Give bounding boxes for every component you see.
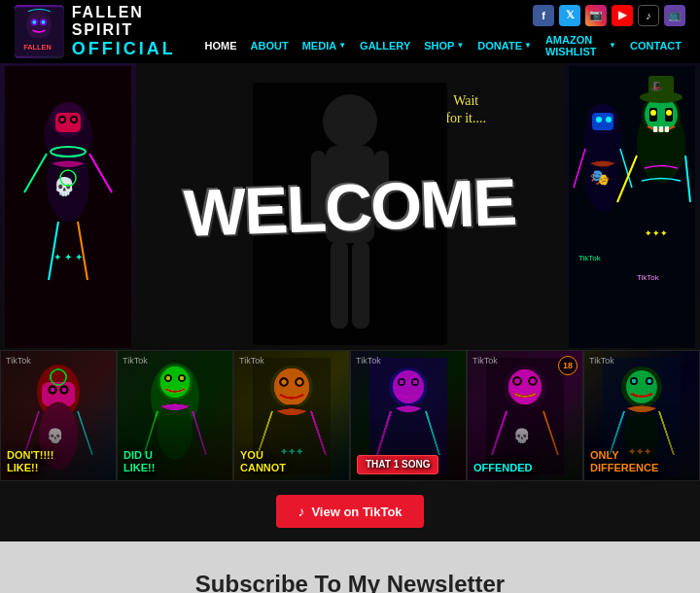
svg-point-92 xyxy=(389,367,428,406)
svg-rect-50 xyxy=(665,126,669,132)
tiktok-icon[interactable]: ♪ xyxy=(638,5,659,26)
svg-point-67 xyxy=(51,369,66,385)
nav-gallery[interactable]: GALLERY xyxy=(356,38,414,53)
svg-point-64 xyxy=(62,388,66,392)
svg-point-86 xyxy=(298,379,302,384)
svg-point-14 xyxy=(60,118,64,122)
svg-line-121 xyxy=(659,411,674,455)
newsletter-section: Subscribe To My Newsletter Subscribe xyxy=(0,541,700,593)
svg-text:💀: 💀 xyxy=(47,428,64,444)
svg-point-105 xyxy=(528,376,538,386)
tiktok-thumb-4[interactable]: TikTok THAT 1 SONG xyxy=(350,350,467,481)
nav-media[interactable]: MEDIA ▼ xyxy=(298,38,350,53)
svg-point-5 xyxy=(42,20,46,24)
tiktok-thumb-5[interactable]: 💀 18 TikTok OFFENDED xyxy=(467,350,583,481)
view-tiktok-button[interactable]: ♪ View on TikTok xyxy=(276,495,423,528)
svg-text:TikTok: TikTok xyxy=(637,273,660,282)
nav-amazon[interactable]: AMAZON WISHLIST ▼ xyxy=(542,32,620,59)
svg-point-94 xyxy=(398,378,405,386)
svg-point-108 xyxy=(507,405,543,466)
tiktok-thumb-3[interactable]: ✦✦✦ TikTok YOUCANNOT xyxy=(233,350,350,481)
header-right: f 𝕏 📷 ▶ ♪ 📺 HOME ABOUT MEDIA ▼ GALLERY S… xyxy=(201,5,685,59)
instagram-icon[interactable]: 📷 xyxy=(585,5,607,26)
svg-point-95 xyxy=(411,378,419,386)
hero-left-figure: 💀 ✦ ✦ ✦ xyxy=(0,63,136,350)
svg-point-72 xyxy=(160,366,190,398)
svg-point-82 xyxy=(274,368,309,405)
wait-text: Wait for it.... xyxy=(445,92,486,127)
tiktok-watermark-4: TikTok xyxy=(356,356,381,366)
hero-section: 💀 ✦ ✦ ✦ Wait for it.... xyxy=(0,63,700,350)
svg-point-4 xyxy=(32,20,36,24)
svg-point-116 xyxy=(646,377,653,385)
nav-about[interactable]: ABOUT xyxy=(247,38,293,53)
logo-official: OFFICIAL xyxy=(72,39,201,59)
svg-point-46 xyxy=(650,110,656,116)
svg-text:TikTok: TikTok xyxy=(578,254,602,262)
svg-line-69 xyxy=(78,411,92,455)
tiktok-thumb-2[interactable]: TikTok DID ULIKE!! xyxy=(117,350,233,481)
tiktok-button-icon: ♪ xyxy=(298,504,304,519)
tiktok-watermark-2: TikTok xyxy=(122,356,148,366)
nav-contact[interactable]: CONTACT xyxy=(626,38,685,53)
nav-shop[interactable]: SHOP ▼ xyxy=(420,38,468,53)
svg-point-103 xyxy=(508,369,542,404)
thumb-label-1: DON'T!!!!like!! xyxy=(7,449,53,474)
svg-point-71 xyxy=(158,365,192,400)
twitch-icon[interactable]: 📺 xyxy=(664,5,685,26)
logo-text: FALLEN SPIRIT OFFICIAL xyxy=(72,4,201,59)
svg-point-76 xyxy=(180,376,184,380)
svg-point-73 xyxy=(164,374,172,382)
svg-point-104 xyxy=(512,376,522,386)
svg-point-15 xyxy=(72,118,76,122)
social-icons: f 𝕏 📷 ▶ ♪ 📺 xyxy=(533,5,685,26)
svg-line-79 xyxy=(192,411,206,455)
svg-line-89 xyxy=(311,411,326,455)
amazon-dropdown-arrow: ▼ xyxy=(609,41,616,50)
svg-point-70 xyxy=(151,363,199,431)
svg-point-93 xyxy=(393,370,424,403)
svg-rect-60 xyxy=(42,382,75,406)
svg-point-25 xyxy=(323,94,377,149)
header: FALLEN FALLEN SPIRIT OFFICIAL f 𝕏 📷 ▶ ♪ … xyxy=(0,0,700,63)
svg-point-115 xyxy=(630,377,638,385)
svg-point-107 xyxy=(531,378,536,383)
svg-point-35 xyxy=(596,117,602,122)
svg-text:🎩: 🎩 xyxy=(650,80,663,92)
media-dropdown-arrow: ▼ xyxy=(338,41,346,50)
main-nav: HOME ABOUT MEDIA ▼ GALLERY SHOP ▼ DONATE… xyxy=(201,32,685,59)
svg-point-84 xyxy=(295,377,304,387)
svg-point-61 xyxy=(48,385,57,395)
svg-point-97 xyxy=(413,380,417,384)
svg-point-62 xyxy=(59,385,69,395)
svg-point-117 xyxy=(632,379,636,383)
tiktok-thumb-6[interactable]: ✦✦✦ TikTok ONLYDIFFERENCE xyxy=(583,350,700,481)
welcome-heading: WELCOME xyxy=(183,163,517,251)
tiktok-thumb-1[interactable]: 💀 TikTok DON'T!!!!like!! xyxy=(0,350,117,481)
facebook-icon[interactable]: f xyxy=(533,5,554,26)
shop-dropdown-arrow: ▼ xyxy=(456,41,464,50)
svg-text:✦✦✦: ✦✦✦ xyxy=(645,228,668,238)
youtube-icon[interactable]: ▶ xyxy=(612,5,633,26)
svg-point-85 xyxy=(282,379,287,384)
thumb-label-2: DID ULIKE!! xyxy=(123,449,155,474)
tiktok-watermark-1: TikTok xyxy=(6,356,31,366)
thumb-label-6: ONLYDIFFERENCE xyxy=(590,449,658,474)
hero-background: 💀 ✦ ✦ ✦ Wait for it.... xyxy=(0,63,700,350)
rating-badge: 18 xyxy=(558,356,578,375)
nav-donate[interactable]: DONATE ▼ xyxy=(473,38,536,53)
svg-point-118 xyxy=(648,379,651,383)
tiktok-thumbnails-row: 💀 TikTok DON'T!!!!like!! xyxy=(0,350,700,481)
nav-home[interactable]: HOME xyxy=(201,38,241,53)
svg-point-47 xyxy=(666,110,672,116)
svg-point-36 xyxy=(606,117,612,122)
svg-rect-29 xyxy=(331,241,348,329)
svg-point-113 xyxy=(621,366,662,407)
tiktok-watermark-5: TikTok xyxy=(472,356,498,366)
svg-rect-48 xyxy=(653,126,657,132)
twitter-icon[interactable]: 𝕏 xyxy=(559,5,580,26)
svg-point-83 xyxy=(279,377,289,387)
svg-rect-11 xyxy=(55,113,81,132)
logo-title: FALLEN SPIRIT xyxy=(72,4,201,39)
thumb-label-3: YOUCANNOT xyxy=(240,449,286,474)
